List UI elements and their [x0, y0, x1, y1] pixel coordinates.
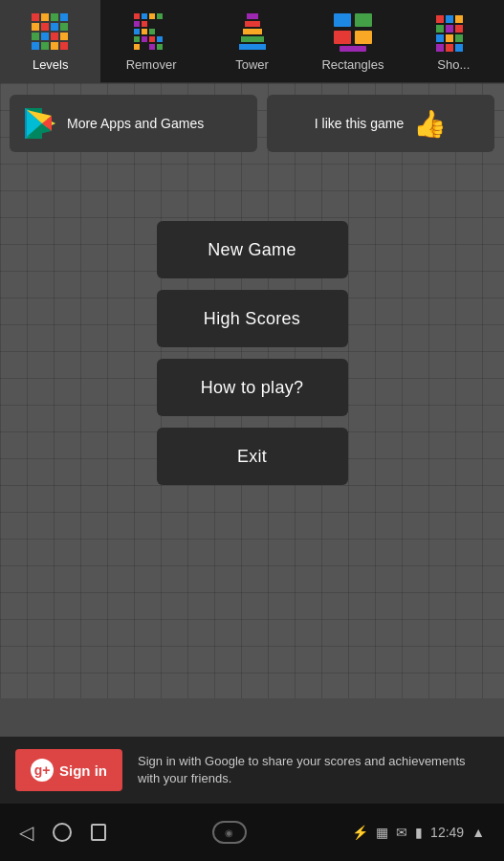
svg-rect-14 — [51, 42, 58, 50]
recents-button[interactable] — [91, 824, 106, 841]
svg-rect-34 — [243, 29, 262, 34]
time-display: 12:49 — [430, 825, 464, 840]
levels-icon — [30, 11, 72, 54]
svg-rect-7 — [60, 23, 68, 31]
svg-rect-32 — [247, 13, 258, 19]
svg-rect-30 — [149, 44, 155, 50]
usb-icon: ⚡ — [352, 825, 368, 840]
rectangles-icon — [332, 11, 374, 54]
how-to-play-button[interactable]: How to play? — [157, 359, 348, 416]
svg-rect-0 — [32, 13, 39, 21]
svg-rect-5 — [41, 23, 49, 31]
nav-item-rectangles[interactable]: Rectangles — [302, 0, 403, 83]
svg-rect-28 — [157, 36, 163, 42]
svg-rect-35 — [241, 36, 264, 42]
svg-rect-9 — [41, 33, 49, 40]
svg-rect-15 — [60, 42, 68, 50]
high-scores-button[interactable]: High Scores — [157, 290, 348, 347]
back-button[interactable]: ◁ — [19, 821, 33, 844]
system-bar: ◁ ◉ ⚡ ▦ ✉ ▮ 12:49 ▲ — [0, 804, 504, 861]
signal-icon: ▦ — [376, 825, 388, 840]
svg-rect-11 — [60, 33, 68, 40]
google-plus-icon: g+ — [31, 759, 54, 782]
svg-rect-41 — [340, 46, 366, 52]
nav-item-remover[interactable]: Remover — [100, 0, 201, 83]
exit-button[interactable]: Exit — [157, 428, 348, 485]
main-content: More Apps and Games I like this game 👍 N… — [0, 83, 504, 698]
svg-rect-1 — [41, 13, 49, 21]
nav-label-tower: Tower — [235, 57, 269, 72]
nav-label-rectangles: Rectangles — [321, 57, 383, 72]
play-store-icon — [23, 106, 57, 141]
svg-rect-4 — [32, 23, 39, 31]
svg-rect-17 — [142, 13, 147, 19]
status-icons: ⚡ ▦ ✉ ▮ 12:49 ▲ — [352, 825, 485, 840]
wifi-icon: ▲ — [471, 825, 485, 840]
notification-icon: ✉ — [396, 825, 407, 840]
signin-bar: g+ Sign in Sign in with Google to share … — [0, 737, 504, 804]
svg-rect-10 — [51, 33, 58, 40]
svg-rect-12 — [32, 42, 39, 50]
camera-icon: ◉ — [212, 821, 247, 844]
svg-rect-2 — [51, 13, 58, 21]
svg-rect-46 — [446, 25, 453, 33]
remover-icon — [130, 11, 172, 54]
svg-rect-6 — [51, 23, 58, 31]
nav-item-levels[interactable]: Levels — [0, 0, 100, 83]
svg-rect-43 — [446, 15, 453, 23]
svg-rect-45 — [436, 25, 444, 33]
svg-rect-29 — [134, 44, 140, 50]
nav-label-levels: Levels — [33, 57, 69, 72]
svg-rect-51 — [436, 44, 444, 52]
svg-rect-36 — [239, 44, 266, 50]
nav-label-remover: Remover — [126, 57, 177, 72]
menu-buttons: New Game High Scores How to play? Exit — [0, 221, 504, 485]
svg-rect-25 — [134, 36, 140, 42]
signin-description: Sign in with Google to share your scores… — [138, 753, 489, 787]
svg-rect-23 — [142, 29, 147, 34]
svg-rect-37 — [334, 13, 351, 27]
svg-rect-48 — [436, 34, 444, 42]
nav-label-sho: Sho... — [437, 57, 470, 72]
svg-rect-50 — [455, 34, 463, 42]
thumbs-up-icon: 👍 — [413, 108, 447, 140]
svg-rect-24 — [149, 29, 155, 34]
signin-button-label: Sign in — [59, 762, 107, 779]
nav-item-sho[interactable]: Sho... — [404, 0, 504, 83]
new-game-button[interactable]: New Game — [157, 221, 348, 278]
svg-rect-31 — [157, 44, 163, 50]
svg-rect-13 — [41, 42, 49, 50]
sho-icon — [432, 11, 474, 54]
svg-rect-21 — [142, 21, 147, 27]
like-game-label: I like this game — [315, 115, 404, 132]
svg-rect-27 — [149, 36, 155, 42]
google-signin-button[interactable]: g+ Sign in — [15, 749, 122, 791]
svg-rect-16 — [134, 13, 140, 19]
svg-rect-47 — [455, 25, 463, 33]
svg-rect-18 — [149, 13, 155, 19]
svg-rect-52 — [446, 44, 453, 52]
top-navigation: Levels Remover — [0, 0, 504, 83]
nav-item-tower[interactable]: Tower — [202, 0, 302, 83]
svg-rect-39 — [334, 31, 351, 44]
more-apps-label: More Apps and Games — [67, 115, 204, 132]
system-nav-buttons: ◁ — [19, 821, 106, 844]
svg-rect-22 — [134, 29, 140, 34]
svg-rect-19 — [157, 13, 163, 19]
camera-button[interactable]: ◉ — [212, 821, 247, 844]
promo-row: More Apps and Games I like this game 👍 — [0, 83, 504, 164]
svg-rect-40 — [355, 31, 372, 44]
svg-rect-33 — [245, 21, 260, 27]
svg-rect-3 — [60, 13, 68, 21]
svg-rect-49 — [446, 34, 453, 42]
svg-rect-20 — [134, 21, 140, 27]
like-game-button[interactable]: I like this game 👍 — [267, 95, 494, 152]
svg-rect-8 — [32, 33, 39, 40]
svg-rect-42 — [436, 15, 444, 23]
svg-rect-26 — [142, 36, 147, 42]
battery-icon: ▮ — [415, 825, 423, 840]
more-apps-button[interactable]: More Apps and Games — [10, 95, 257, 152]
home-button[interactable] — [53, 823, 72, 842]
svg-rect-38 — [355, 13, 372, 27]
tower-icon — [231, 11, 274, 54]
